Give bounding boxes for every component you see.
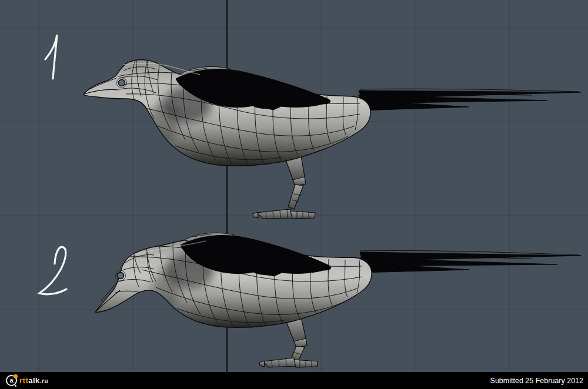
annotation-number-1 [45,35,57,79]
viewport-3d[interactable] [0,0,588,372]
logo-small-dot-icon [15,385,16,387]
bird-2-eye [118,273,124,279]
annotation-number-2 [39,247,66,294]
footer-bar: a rttalk.ru Submitted 25 February 2012 [0,372,588,389]
submission-date: Submitted 25 February 2012 [490,377,583,385]
screenshot-root: a rttalk.ru Submitted 25 February 2012 [0,0,588,389]
logo-suffix: .ru [40,378,48,384]
logo-text-orange: rtt [19,376,28,385]
logo-orange-dot-icon [14,374,18,378]
arttalk-logo[interactable]: a rttalk.ru [6,375,48,386]
logo-circle-a: a [6,375,17,386]
bird-2-tail [359,250,581,273]
bird-1-tail [358,89,581,110]
bird-model-2[interactable] [95,223,581,367]
logo-letter: a [9,377,13,384]
logo-text: rttalk.ru [19,376,48,385]
bird-1-eye [119,80,125,86]
logo-text-white: alk [28,376,40,385]
bird-model-1[interactable] [83,60,581,219]
